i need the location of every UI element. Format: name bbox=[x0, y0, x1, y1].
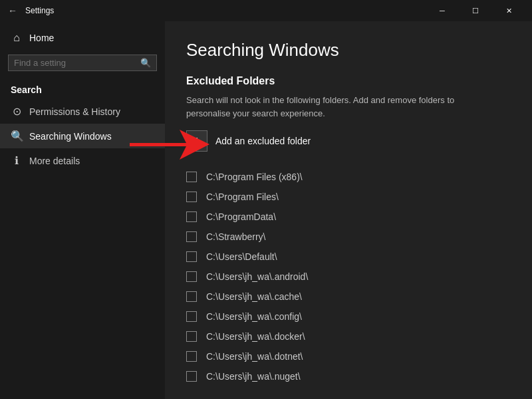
sidebar-more-details-label: More details bbox=[29, 156, 80, 166]
folder-list-item[interactable]: C:\Users\jh_wa\.dotnet\ bbox=[186, 347, 511, 366]
add-folder-button[interactable]: + Add an excluded folder bbox=[186, 130, 311, 152]
back-button[interactable]: ← bbox=[8, 5, 17, 16]
folder-list-item[interactable]: C:\Users\jh_wa\.config\ bbox=[186, 307, 511, 326]
add-folder-label: Add an excluded folder bbox=[215, 136, 311, 146]
folder-path: C:\Users\jh_wa\.dotnet\ bbox=[206, 351, 303, 362]
folder-checkbox[interactable] bbox=[186, 291, 197, 302]
sidebar-item-permissions[interactable]: ⊙ Permissions & History bbox=[0, 99, 165, 124]
section-description: Search will not look in the following fo… bbox=[186, 94, 479, 120]
folder-checkbox[interactable] bbox=[186, 371, 197, 382]
sidebar-searching-windows-label: Searching Windows bbox=[29, 131, 112, 142]
folder-path: C:\Users\jh_wa\.config\ bbox=[206, 311, 302, 322]
folder-path: C:\Program Files (x86)\ bbox=[206, 172, 303, 182]
content-area: ⌂ Home 🔍 Search ⊙ Permissions & History … bbox=[0, 21, 532, 399]
folder-checkbox[interactable] bbox=[186, 271, 197, 282]
close-button[interactable]: ✕ bbox=[493, 0, 524, 21]
sidebar-home-label: Home bbox=[29, 33, 54, 43]
folder-path: C:\Users\jh_wa\.cache\ bbox=[206, 291, 302, 302]
window-controls: ─ ☐ ✕ bbox=[427, 0, 524, 21]
add-folder-plus-icon: + bbox=[186, 130, 207, 152]
folder-checkbox[interactable] bbox=[186, 192, 197, 202]
sidebar: ⌂ Home 🔍 Search ⊙ Permissions & History … bbox=[0, 21, 165, 399]
sidebar-section-label: Search bbox=[0, 76, 165, 99]
page-title: Searching Windows bbox=[186, 40, 511, 61]
folder-path: C:\Users\jh_wa\.docker\ bbox=[206, 331, 305, 342]
folder-list: C:\Program Files (x86)\C:\Program Files\… bbox=[186, 168, 511, 386]
folder-list-item[interactable]: C:\Users\jh_wa\.nuget\ bbox=[186, 367, 511, 386]
sidebar-item-home[interactable]: ⌂ Home bbox=[0, 27, 165, 49]
folder-list-item[interactable]: C:\Users\Default\ bbox=[186, 247, 511, 266]
titlebar: ← Settings ─ ☐ ✕ bbox=[0, 0, 532, 21]
folder-path: C:\Users\jh_wa\.android\ bbox=[206, 271, 308, 282]
settings-search-input[interactable] bbox=[14, 58, 136, 68]
section-title: Excluded Folders bbox=[186, 75, 511, 87]
permissions-icon: ⊙ bbox=[11, 105, 23, 118]
folder-checkbox[interactable] bbox=[186, 251, 197, 262]
search-icon: 🔍 bbox=[140, 58, 151, 68]
folder-list-item[interactable]: C:\ProgramData\ bbox=[186, 207, 511, 226]
folder-path: C:\ProgramData\ bbox=[206, 211, 276, 222]
sidebar-item-more-details[interactable]: ℹ More details bbox=[0, 148, 165, 173]
folder-list-item[interactable]: C:\Strawberry\ bbox=[186, 227, 511, 246]
minimize-button[interactable]: ─ bbox=[427, 0, 458, 21]
folder-checkbox[interactable] bbox=[186, 311, 197, 322]
more-details-icon: ℹ bbox=[11, 154, 23, 167]
folder-list-item[interactable]: C:\Program Files\ bbox=[186, 188, 511, 206]
folder-checkbox[interactable] bbox=[186, 172, 197, 182]
settings-search-box[interactable]: 🔍 bbox=[8, 55, 157, 71]
window-title: Settings bbox=[25, 6, 427, 15]
folder-path: C:\Strawberry\ bbox=[206, 231, 265, 242]
home-icon: ⌂ bbox=[11, 32, 23, 44]
folder-path: C:\Users\jh_wa\.nuget\ bbox=[206, 371, 301, 382]
folder-checkbox[interactable] bbox=[186, 331, 197, 342]
sidebar-permissions-label: Permissions & History bbox=[29, 106, 120, 117]
folder-list-item[interactable]: C:\Users\jh_wa\.cache\ bbox=[186, 287, 511, 306]
folder-list-item[interactable]: C:\Program Files (x86)\ bbox=[186, 168, 511, 186]
main-content: Searching Windows Excluded Folders Searc… bbox=[165, 21, 532, 399]
maximize-button[interactable]: ☐ bbox=[460, 0, 491, 21]
folder-checkbox[interactable] bbox=[186, 231, 197, 242]
folder-list-item[interactable]: C:\Users\jh_wa\.android\ bbox=[186, 267, 511, 286]
folder-checkbox[interactable] bbox=[186, 351, 197, 362]
folder-checkbox[interactable] bbox=[186, 211, 197, 222]
folder-list-item[interactable]: C:\Users\jh_wa\.docker\ bbox=[186, 327, 511, 346]
folder-path: C:\Program Files\ bbox=[206, 192, 279, 202]
folder-path: C:\Users\Default\ bbox=[206, 251, 277, 262]
sidebar-item-searching-windows[interactable]: 🔍 Searching Windows bbox=[0, 124, 165, 148]
searching-windows-icon: 🔍 bbox=[11, 130, 23, 142]
window: ← Settings ─ ☐ ✕ ⌂ Home 🔍 Search ⊙ Permi… bbox=[0, 0, 532, 399]
